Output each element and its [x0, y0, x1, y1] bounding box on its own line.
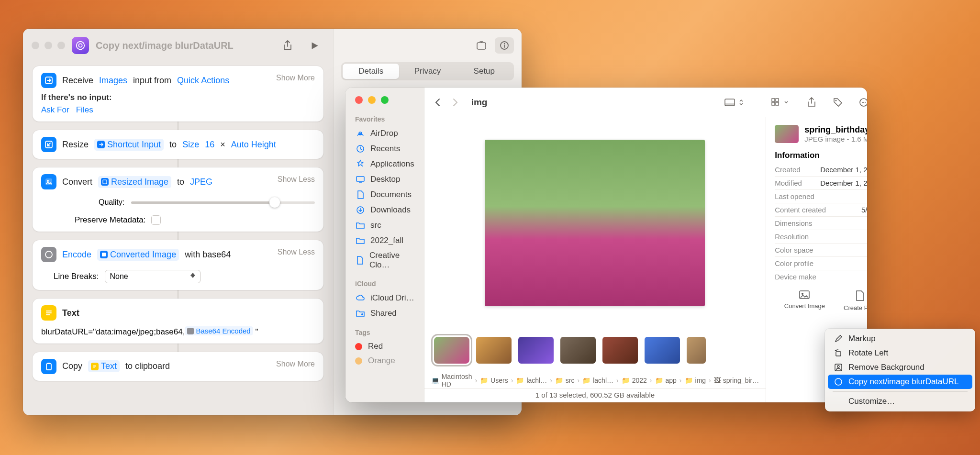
- run-button[interactable]: [304, 37, 324, 54]
- text-icon: [41, 305, 56, 321]
- info-button[interactable]: [495, 37, 514, 54]
- thumbnail[interactable]: [645, 337, 680, 364]
- text-token[interactable]: Text: [88, 360, 120, 372]
- thumbnail[interactable]: [602, 337, 638, 364]
- sidebar-item-documents[interactable]: Documents: [345, 187, 424, 202]
- markup-icon: [834, 334, 843, 344]
- svg-point-28: [863, 102, 864, 103]
- sidebar-item-2022-fall[interactable]: 2022_fall: [345, 233, 424, 248]
- show-less-link[interactable]: Show Less: [278, 175, 315, 184]
- action-encode[interactable]: Show Less Encode Converted Image with ba…: [33, 240, 323, 290]
- rotate-icon: [834, 348, 843, 358]
- info-thumbnail: [775, 125, 799, 143]
- action-convert[interactable]: Show Less Convert Resized Image to JPEG …: [33, 167, 323, 232]
- ctx-markup[interactable]: Markup: [828, 332, 972, 346]
- quick-actions-token[interactable]: Quick Actions: [177, 76, 229, 86]
- finder-toolbar: img: [424, 88, 867, 117]
- view-mode-button[interactable]: [724, 98, 744, 107]
- thumbnail[interactable]: [434, 337, 469, 364]
- desktop-icon: [355, 174, 366, 185]
- width-value[interactable]: 16: [205, 140, 214, 150]
- tag-red[interactable]: Red: [345, 339, 424, 354]
- svg-point-13: [504, 43, 505, 44]
- svg-point-18: [361, 313, 363, 315]
- back-button[interactable]: [434, 98, 441, 107]
- ask-for-token[interactable]: Ask For: [41, 105, 69, 114]
- share-button[interactable]: [278, 37, 298, 54]
- action-copy[interactable]: Show More Copy Text to clipboard: [33, 352, 323, 381]
- svg-point-25: [835, 100, 837, 101]
- action-resize[interactable]: Resize Shortcut Input to Size 16 × Auto …: [33, 130, 323, 159]
- tab-privacy[interactable]: Privacy: [399, 64, 456, 79]
- encode-icon: [41, 247, 56, 262]
- library-button[interactable]: [472, 37, 491, 54]
- thumbnail-strip[interactable]: [424, 329, 766, 372]
- line-breaks-select[interactable]: None: [105, 270, 200, 283]
- size-token[interactable]: Size: [182, 140, 199, 150]
- svg-point-40: [835, 378, 842, 385]
- sidebar-item-shared[interactable]: Shared: [345, 306, 424, 321]
- sidebar-item-downloads[interactable]: Downloads: [345, 202, 424, 218]
- tab-setup[interactable]: Setup: [456, 64, 512, 79]
- tags-button[interactable]: [833, 97, 843, 108]
- sidebar-item-desktop[interactable]: Desktop: [345, 172, 424, 187]
- show-more-link[interactable]: Show More: [276, 74, 315, 82]
- path-bar[interactable]: 💻 Macintosh HD› 📁 Users› 📁 lachl…› 📁 src…: [424, 372, 766, 388]
- resized-image-token[interactable]: Resized Image: [98, 176, 171, 188]
- show-less-link[interactable]: Show Less: [278, 248, 315, 256]
- resize-icon: [41, 137, 56, 152]
- traffic-lights[interactable]: [32, 42, 65, 49]
- thumbnail[interactable]: [687, 337, 706, 364]
- sidebar-item-applications[interactable]: Applications: [345, 156, 424, 172]
- files-token[interactable]: Files: [76, 105, 93, 114]
- sidebar-item-recents[interactable]: Recents: [345, 141, 424, 156]
- forward-button[interactable]: [452, 98, 459, 107]
- svg-rect-37: [836, 352, 841, 356]
- sidebar-item-icloud-drive[interactable]: iCloud Dri…: [345, 290, 424, 306]
- more-button[interactable]: [859, 98, 867, 107]
- quick-action-convert[interactable]: Convert Image: [784, 290, 825, 311]
- action-text[interactable]: Text blurDataURL="data:image/jpeg;base64…: [33, 299, 323, 344]
- svg-point-32: [802, 293, 803, 295]
- document-icon: [355, 189, 366, 200]
- svg-rect-22: [776, 99, 779, 101]
- group-button[interactable]: [771, 98, 789, 107]
- quick-action-pdf[interactable]: Create PDF: [844, 290, 867, 311]
- sidebar-item-creative-cloud[interactable]: Creative Clo…: [345, 248, 424, 272]
- info-tabs[interactable]: Details Privacy Setup: [341, 62, 514, 80]
- ctx-customize[interactable]: Customize…: [828, 394, 972, 409]
- show-more-link[interactable]: Show More: [276, 360, 315, 368]
- images-token[interactable]: Images: [99, 76, 127, 86]
- ctx-rotate-left[interactable]: Rotate Left: [828, 346, 972, 360]
- ctx-copy-blurdataurl[interactable]: Copy next/image blurDataURL: [828, 375, 972, 389]
- document-icon: [355, 255, 365, 266]
- thumbnail[interactable]: [518, 337, 554, 364]
- thumbnail[interactable]: [560, 337, 596, 364]
- sidebar-item-src[interactable]: src: [345, 218, 424, 233]
- converted-image-token[interactable]: Converted Image: [97, 249, 179, 261]
- apps-icon: [355, 159, 366, 169]
- svg-point-0: [77, 42, 85, 50]
- text-action-body[interactable]: blurDataURL="data:image/jpeg;base64,Base…: [41, 326, 315, 337]
- preview-image[interactable]: [485, 140, 705, 306]
- cloud-icon: [355, 293, 366, 303]
- traffic-lights[interactable]: [345, 94, 424, 112]
- action-receive-input[interactable]: Show More Receive Images input from Quic…: [33, 66, 323, 122]
- sidebar-item-airdrop[interactable]: AirDrop: [345, 126, 424, 141]
- share-button[interactable]: [807, 97, 816, 108]
- ctx-remove-bg[interactable]: Remove Background: [828, 360, 972, 375]
- tab-details[interactable]: Details: [343, 64, 399, 79]
- svg-rect-10: [47, 363, 50, 364]
- downloads-icon: [355, 205, 366, 215]
- quality-slider[interactable]: [131, 201, 315, 204]
- tag-orange[interactable]: Orange: [345, 354, 424, 368]
- preserve-metadata-checkbox[interactable]: [151, 215, 161, 225]
- format-token[interactable]: JPEG: [190, 177, 212, 187]
- svg-rect-21: [772, 99, 775, 101]
- svg-point-39: [837, 366, 839, 367]
- auto-height-token[interactable]: Auto Height: [231, 140, 276, 150]
- shortcut-input-token[interactable]: Shortcut Input: [94, 139, 164, 151]
- svg-point-27: [862, 102, 863, 103]
- encode-label[interactable]: Encode: [62, 250, 91, 260]
- thumbnail[interactable]: [476, 337, 512, 364]
